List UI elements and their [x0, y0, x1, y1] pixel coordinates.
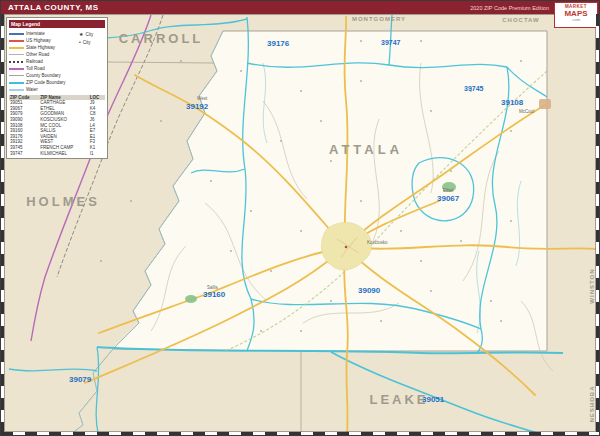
map-page: CARROLL HOLMES ATTALA LEAKE MONTGOMERY C… [0, 0, 600, 436]
county-label-carroll: CARROLL [119, 31, 204, 46]
town-label-ethel: Ethel [443, 188, 453, 193]
legend-item-label: Water [26, 87, 38, 92]
legend-title: Map Legend [9, 20, 105, 28]
legend-swatch [9, 68, 24, 70]
town-label-kosciusko: Kosciusko [367, 240, 388, 245]
legend-item-label: US Highway [26, 38, 51, 43]
legend-panel: Map Legend Interstate US Highway State H… [6, 17, 108, 159]
city-star-icon: ★ [79, 31, 83, 37]
legend-swatch [9, 47, 24, 49]
legend-swatch [9, 61, 24, 63]
county-label-winston: WINSTON [589, 268, 595, 303]
legend-item: Railroad [9, 58, 79, 65]
zip-label-39067: 39067 [437, 194, 460, 203]
page-title: ATTALA COUNTY, MS [8, 3, 99, 12]
county-label-leake: LEAKE [369, 392, 428, 407]
legend-item-label: Railroad [26, 59, 43, 64]
legend-city-label: City [85, 32, 93, 37]
town-label-sallis: Sallis [207, 285, 219, 290]
legend-item: Other Road [9, 51, 79, 58]
legend-line-items: Interstate US Highway State Highway Othe… [9, 30, 79, 93]
edition-label: 2020 ZIP Code Premium Edition [470, 5, 549, 11]
legend-item: County Boundary [9, 72, 79, 79]
legend-item: Toll Road [9, 65, 79, 72]
zip-label-39745: 39745 [464, 85, 484, 92]
zip-label-39160: 39160 [203, 290, 226, 299]
legend-item: ZIP Code Boundary [9, 79, 79, 86]
legend-item-label: County Boundary [26, 73, 61, 78]
legend-swatch [9, 89, 24, 91]
county-label-attala: ATTALA [329, 142, 403, 157]
zip-code-cell: 39747 [9, 151, 39, 157]
legend-item: State Highway [9, 44, 79, 51]
town-label-west: West [197, 96, 208, 101]
legend-item: Interstate [9, 30, 79, 37]
legend-item-label: State Highway [26, 45, 55, 50]
legend-item-label: Interstate [26, 31, 45, 36]
zip-label-39108: 39108 [501, 98, 524, 107]
legend-swatch [9, 33, 24, 35]
zip-label-39176: 39176 [267, 39, 290, 48]
county-label-choctaw: CHOCTAW [502, 17, 540, 23]
legend-item-label: Toll Road [26, 66, 45, 71]
title-bar: ATTALA COUNTY, MS 2020 ZIP Code Premium … [1, 1, 599, 14]
legend-swatch [9, 40, 24, 42]
zip-label-39090: 39090 [358, 286, 381, 295]
zip-code-table: ZIP Code ZIP Name LOC 39051CARTHAGEJ9 39… [9, 95, 105, 156]
legend-item-label: Other Road [26, 52, 49, 57]
county-label-neshoba: NESHOBA [589, 385, 595, 422]
logo-line-3: .com [555, 18, 597, 22]
zip-label-39079: 39079 [69, 375, 92, 384]
legend-city-items: ★City •City [79, 30, 105, 93]
zip-name-cell: KILMICHAEL [39, 151, 88, 157]
zip-label-39192: 39192 [186, 102, 209, 111]
county-label-montgomery: MONTGOMERY [352, 16, 406, 22]
legend-item: Water [9, 86, 79, 93]
legend-city-label: City [83, 40, 91, 45]
zip-label-39051: 39051 [422, 395, 445, 404]
legend-swatch [9, 75, 24, 76]
town-label-mccool: McCool [519, 109, 534, 114]
table-row: 39747KILMICHAELI1 [9, 151, 105, 157]
legend-city-item: ★City [79, 30, 105, 38]
legend-swatch [9, 54, 24, 55]
marketmaps-logo: MARKET MAPS .com [554, 2, 598, 28]
legend-item: US Highway [9, 37, 79, 44]
legend-item-label: ZIP Code Boundary [26, 80, 65, 85]
county-label-holmes: HOLMES [26, 194, 100, 209]
city-dot-icon: • [79, 39, 81, 45]
legend-swatch [9, 82, 24, 84]
legend-city-item: •City [79, 38, 105, 46]
loc-cell: I1 [89, 151, 105, 157]
zip-label-39747: 39747 [381, 39, 401, 46]
